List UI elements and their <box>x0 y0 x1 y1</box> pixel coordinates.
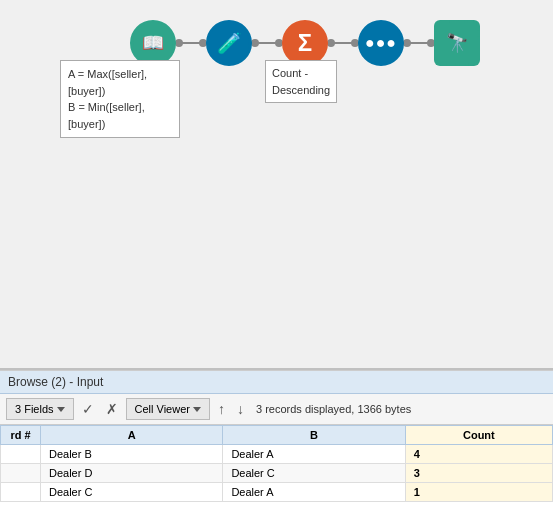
col-header-a: A <box>41 426 223 445</box>
x-icon-btn[interactable]: ✗ <box>102 399 122 419</box>
sort-desc-icon[interactable]: ↓ <box>233 399 248 419</box>
cell-count: 4 <box>405 445 552 464</box>
check-icon-btn[interactable]: ✓ <box>78 399 98 419</box>
dots-icon: ●●● <box>365 34 397 52</box>
table-row: Dealer C Dealer A 1 <box>1 483 553 502</box>
flask-icon: 🧪 <box>217 31 242 55</box>
formula-line4: [buyer]) <box>68 118 105 130</box>
connector-2 <box>258 42 276 44</box>
bottom-panel: Browse (2) - Input 3 Fields ✓ ✗ Cell Vie… <box>0 370 553 502</box>
col-header-rownum: rd # <box>1 426 41 445</box>
col-header-count: Count <box>405 426 552 445</box>
fields-button[interactable]: 3 Fields <box>6 398 74 420</box>
book-icon: 📖 <box>142 32 164 54</box>
cell-rownum <box>1 445 41 464</box>
panel-title: Browse (2) - Input <box>0 371 553 394</box>
data-table: rd # A B Count Dealer B Dealer A 4 Deale… <box>0 425 553 502</box>
workflow-canvas: 📖 🧪 Σ ●●● 🔭 <box>0 0 553 370</box>
table-header-row: rd # A B Count <box>1 426 553 445</box>
sigma-icon: Σ <box>298 29 312 57</box>
cell-b: Dealer A <box>223 445 405 464</box>
fields-dropdown-arrow <box>57 407 65 412</box>
cell-b: Dealer C <box>223 464 405 483</box>
table-row: Dealer D Dealer C 3 <box>1 464 553 483</box>
connector-1 <box>182 42 200 44</box>
cell-a: Dealer D <box>41 464 223 483</box>
sort-asc-icon[interactable]: ↑ <box>214 399 229 419</box>
connector-3 <box>334 42 352 44</box>
sort-label-line1: Count - <box>272 67 308 79</box>
panel-title-text: Browse (2) - Input <box>8 375 103 389</box>
formula-line1: A = Max([seller], <box>68 68 147 80</box>
cell-a: Dealer B <box>41 445 223 464</box>
cell-rownum <box>1 464 41 483</box>
formula-line2: [buyer]) <box>68 85 105 97</box>
cell-count: 1 <box>405 483 552 502</box>
cell-count: 3 <box>405 464 552 483</box>
browse-node[interactable]: 🔭 <box>434 20 480 66</box>
formula-node[interactable]: 🧪 <box>206 20 252 66</box>
cell-rownum <box>1 483 41 502</box>
formula-line3: B = Min([seller], <box>68 101 145 113</box>
col-header-b: B <box>223 426 405 445</box>
viewer-button[interactable]: Cell Viewer <box>126 398 210 420</box>
record-info: 3 records displayed, 1366 bytes <box>256 403 411 415</box>
cell-a: Dealer C <box>41 483 223 502</box>
viewer-dropdown-arrow <box>193 407 201 412</box>
viewer-label: Cell Viewer <box>135 403 190 415</box>
cell-b: Dealer A <box>223 483 405 502</box>
fields-label: 3 Fields <box>15 403 54 415</box>
connector-4 <box>410 42 428 44</box>
formula-tooltip: A = Max([seller], [buyer]) B = Min([sell… <box>60 60 180 138</box>
table-row: Dealer B Dealer A 4 <box>1 445 553 464</box>
sort-label: Count - Descending <box>265 60 337 103</box>
toolbar: 3 Fields ✓ ✗ Cell Viewer ↑ ↓ 3 records d… <box>0 394 553 425</box>
binoculars-icon: 🔭 <box>446 32 468 54</box>
sort-node[interactable]: ●●● <box>358 20 404 66</box>
sort-label-line2: Descending <box>272 84 330 96</box>
